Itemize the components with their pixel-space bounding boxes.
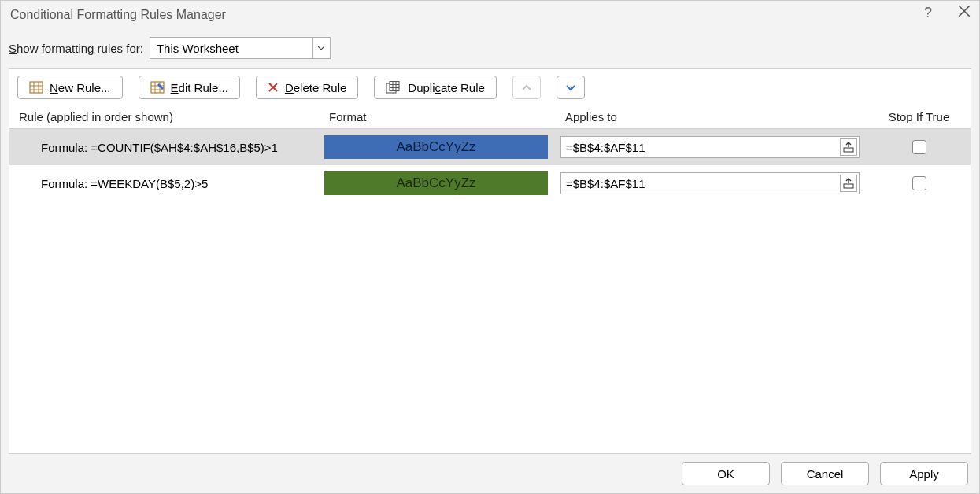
ok-button[interactable]: OK [682, 462, 770, 485]
applies-to-value: =$B$4:$AF$11 [561, 177, 645, 190]
rule-row[interactable]: Formula: =COUNTIF($AH$4:$AH$16,B$5)>1AaB… [9, 129, 971, 165]
column-header-stop-if-true: Stop If True [875, 110, 971, 124]
titlebar: Conditional Formatting Rules Manager ? [1, 1, 979, 29]
rule-description: Formula: =COUNTIF($AH$4:$AH$16,B$5)>1 [9, 141, 324, 154]
rules-body: Formula: =COUNTIF($AH$4:$AH$16,B$5)>1AaB… [9, 129, 971, 201]
scope-label: Show formatting rules for: [9, 42, 143, 55]
scope-dropdown[interactable]: This Worksheet [150, 37, 331, 59]
move-down-button[interactable] [557, 76, 585, 99]
applies-to-cell: =$B$4:$AF$11 [560, 136, 875, 158]
applies-to-input[interactable]: =$B$4:$AF$11 [560, 136, 860, 158]
format-preview: AaBbCcYyZz [324, 171, 548, 195]
move-up-button[interactable] [512, 76, 541, 99]
toolbar-container: New Rule... Edit Rule... Delete Rule Dup… [1, 64, 979, 105]
duplicate-rule-icon [386, 81, 401, 94]
stop-if-true-checkbox[interactable] [912, 140, 926, 154]
cancel-button[interactable]: Cancel [781, 462, 869, 485]
new-rule-button[interactable]: New Rule... [17, 76, 123, 99]
rule-description: Formula: =WEEKDAY(B$5,2)>5 [9, 177, 324, 190]
edit-rule-label: Edit Rule... [171, 81, 228, 94]
toolbar: New Rule... Edit Rule... Delete Rule Dup… [9, 68, 971, 105]
column-header-format: Format [324, 110, 560, 124]
delete-rule-label: Delete Rule [285, 81, 346, 94]
applies-to-value: =$B$4:$AF$11 [561, 141, 645, 154]
format-preview: AaBbCcYyZz [324, 135, 548, 159]
duplicate-rule-button[interactable]: Duplicate Rule [374, 76, 497, 99]
new-rule-icon [29, 81, 43, 94]
applies-to-input[interactable]: =$B$4:$AF$11 [560, 172, 860, 194]
format-preview-cell: AaBbCcYyZz [324, 135, 560, 159]
stop-if-true-cell [875, 140, 971, 154]
rules-header: Rule (applied in order shown) Format App… [9, 105, 971, 129]
apply-button[interactable]: Apply [880, 462, 968, 485]
svg-rect-2 [30, 82, 43, 93]
stop-if-true-cell [875, 176, 971, 190]
svg-rect-20 [844, 148, 853, 152]
chevron-up-icon [521, 81, 532, 94]
delete-rule-button[interactable]: Delete Rule [256, 76, 358, 99]
close-icon[interactable] [957, 4, 971, 22]
column-header-rule: Rule (applied in order shown) [9, 110, 324, 124]
scope-row: Show formatting rules for: This Workshee… [1, 29, 979, 64]
applies-to-cell: =$B$4:$AF$11 [560, 172, 875, 194]
stop-if-true-checkbox[interactable] [912, 176, 926, 190]
delete-rule-icon [268, 82, 279, 93]
svg-rect-15 [390, 82, 399, 91]
format-preview-cell: AaBbCcYyZz [324, 171, 560, 195]
chevron-down-icon [565, 81, 576, 94]
rule-row[interactable]: Formula: =WEEKDAY(B$5,2)>5AaBbCcYyZz=$B$… [9, 165, 971, 201]
dialog-title: Conditional Formatting Rules Manager [10, 8, 226, 22]
duplicate-rule-label: Duplicate Rule [408, 81, 485, 94]
edit-rule-button[interactable]: Edit Rule... [139, 76, 240, 99]
cf-rules-manager-dialog: Conditional Formatting Rules Manager ? S… [0, 0, 980, 494]
dialog-footer: OK Cancel Apply [1, 454, 979, 493]
column-header-applies-to: Applies to [560, 110, 875, 124]
range-picker-icon[interactable] [840, 175, 857, 192]
edit-rule-icon [150, 81, 165, 94]
svg-rect-21 [844, 184, 853, 188]
new-rule-label: New Rule... [50, 81, 111, 94]
range-picker-icon[interactable] [840, 138, 857, 156]
chevron-down-icon [312, 38, 330, 58]
rules-list: Rule (applied in order shown) Format App… [9, 105, 971, 454]
scope-selected-value: This Worksheet [157, 42, 239, 55]
titlebar-controls: ? [924, 4, 971, 22]
help-icon[interactable]: ? [924, 5, 932, 21]
